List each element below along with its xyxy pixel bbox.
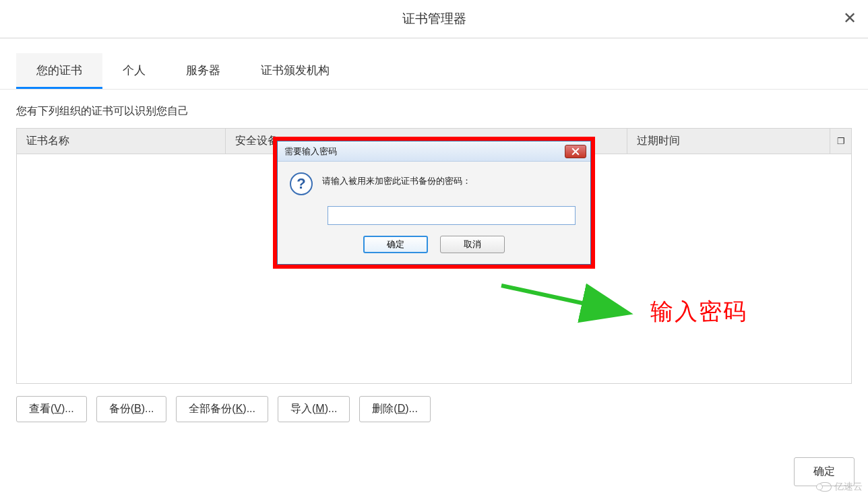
close-icon <box>571 147 580 156</box>
tab-servers[interactable]: 服务器 <box>166 53 241 89</box>
tab-authorities[interactable]: 证书颁发机构 <box>241 53 350 89</box>
tab-bar: 您的证书 个人 服务器 证书颁发机构 <box>0 53 868 90</box>
dialog-title: 需要输入密码 <box>284 145 337 158</box>
question-icon: ? <box>290 172 313 195</box>
dialog-ok-button[interactable]: 确定 <box>363 236 428 253</box>
action-bar: 查看(V)... 备份(B)... 全部备份(K)... 导入(M)... 删除… <box>0 384 868 434</box>
tab-personal[interactable]: 个人 <box>102 53 166 89</box>
column-cert-name[interactable]: 证书名称 <box>17 129 226 154</box>
window-title: 证书管理器 <box>402 10 466 28</box>
watermark-icon <box>818 482 832 492</box>
svg-line-1 <box>501 286 625 312</box>
watermark-text: 亿速云 <box>834 481 863 493</box>
close-icon[interactable]: ✕ <box>840 8 860 28</box>
password-dialog: 需要输入密码 ? 请输入被用来加密此证书备份的密码： 确定 取消 <box>277 141 591 265</box>
column-expires[interactable]: 过期时间 <box>627 129 830 154</box>
annotation-text: 输入密码 <box>650 296 747 327</box>
import-button[interactable]: 导入(M)... <box>278 396 350 422</box>
backup-button[interactable]: 备份(B)... <box>96 396 167 422</box>
delete-button[interactable]: 删除(D)... <box>359 396 431 422</box>
dialog-body: ? 请输入被用来加密此证书备份的密码： 确定 取消 <box>278 162 590 264</box>
window-header: 证书管理器 ✕ <box>0 0 868 38</box>
tab-your-certs[interactable]: 您的证书 <box>16 53 102 89</box>
dialog-close-button[interactable] <box>565 145 586 158</box>
dialog-message: 请输入被用来加密此证书备份的密码： <box>322 172 471 187</box>
dialog-titlebar[interactable]: 需要输入密码 <box>278 141 590 162</box>
watermark: 亿速云 <box>818 481 863 493</box>
column-picker-icon: ❐ <box>837 136 845 146</box>
tab-description: 您有下列组织的证书可以识别您自己 <box>0 90 868 128</box>
backup-all-button[interactable]: 全部备份(K)... <box>176 396 268 422</box>
column-picker-button[interactable]: ❐ <box>830 129 851 154</box>
annotation-highlight-box: 需要输入密码 ? 请输入被用来加密此证书备份的密码： 确定 取消 <box>273 137 595 269</box>
dialog-cancel-button[interactable]: 取消 <box>440 236 505 253</box>
view-button[interactable]: 查看(V)... <box>16 396 87 422</box>
annotation-arrow <box>499 280 640 327</box>
password-input[interactable] <box>328 206 576 225</box>
